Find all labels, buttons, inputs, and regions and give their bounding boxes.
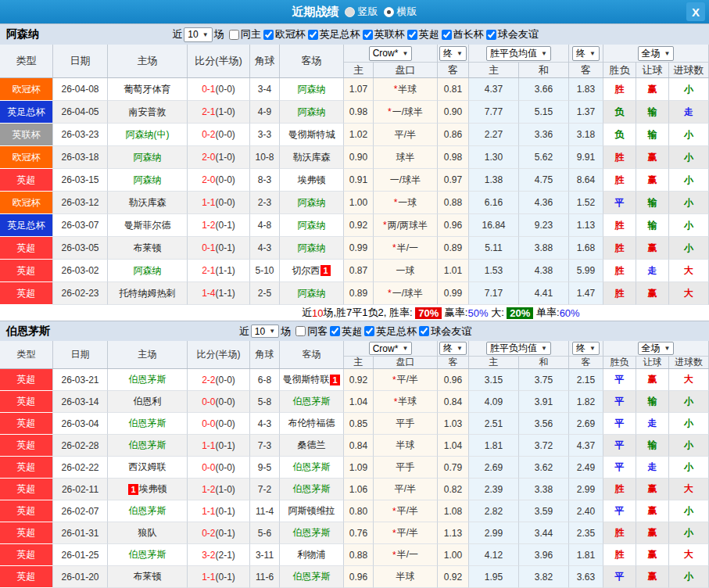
subcol-header-6: 胜负 [603, 62, 636, 77]
competition-checkbox-2[interactable] [363, 30, 373, 40]
table-row: 欧冠杯26-04-08葡萄牙体育0-1(0-0)3-4阿森纳1.07*半球0.8… [0, 78, 709, 101]
cell-away-team: 曼彻斯特城 [280, 124, 344, 146]
full-time-score: 1-1 [202, 197, 215, 208]
final-avg-select[interactable]: 终▼ [572, 342, 600, 355]
bookmaker-select[interactable]: Crow*▼ [369, 46, 413, 61]
half-time-score: (0-0) [216, 84, 235, 95]
competition-checkbox-wrap[interactable]: 英足总杯 [362, 324, 417, 339]
competition-checkbox-3[interactable] [407, 30, 417, 40]
competition-checkbox-5[interactable] [486, 30, 496, 40]
avg-select[interactable]: 胜平负均值▼ [486, 342, 551, 355]
competition-checkbox-0[interactable] [263, 30, 274, 40]
cell-handicap: *两/两球半 [374, 214, 438, 237]
radio-icon[interactable] [345, 7, 355, 17]
radio-horizontal-label: 横版 [397, 5, 417, 19]
recent-count-select[interactable]: 10▼ [251, 324, 279, 338]
final-odds-select[interactable]: 终▼ [439, 342, 467, 355]
competition-checkbox-2[interactable] [419, 326, 429, 336]
competition-checkbox-wrap[interactable]: 球会友谊 [417, 324, 471, 339]
cell-score: 1-4(1-1) [188, 282, 250, 305]
same-venue-checkbox[interactable] [229, 30, 239, 40]
table-row: 英超26-02-07伯恩茅斯1-1(0-1)11-4阿斯顿维拉0.80*平/半1… [0, 500, 709, 522]
cell-avg-away: 2.15 [569, 369, 603, 391]
cell-avg-home: 2.39 [469, 479, 519, 500]
competition-checkbox-0[interactable] [330, 326, 340, 336]
cell-avg-away: 1.82 [569, 391, 603, 413]
cell-handicap-result: 赢 [636, 479, 669, 500]
layout-radio-vertical[interactable]: 竖版 [345, 5, 378, 19]
cell-corners: 3-4 [250, 78, 280, 101]
cell-avg-draw: 3.66 [519, 78, 569, 101]
cell-type: 英超 [0, 282, 53, 305]
half-time-score: (0-1) [216, 440, 235, 451]
cell-date: 26-03-04 [53, 413, 108, 435]
cell-date: 26-03-05 [53, 237, 108, 260]
cell-type: 英足总杯 [0, 214, 53, 237]
chevron-down-icon: ▼ [457, 345, 463, 352]
away-team-name: 伯恩茅斯 [293, 482, 331, 496]
competition-checkbox-wrap[interactable]: 酋长杯 [439, 27, 484, 41]
layout-radio-horizontal[interactable]: 横版 [384, 5, 417, 19]
cell-goals: 小 [669, 566, 709, 588]
final-odds-select[interactable]: 终▼ [439, 46, 467, 61]
radio-icon[interactable] [384, 7, 394, 17]
team-section-header: 伯恩茅斯 近10▼场同客英超英足总杯球会友谊 [0, 321, 709, 341]
cell-home-odds: 0.88 [344, 544, 374, 566]
cell-handicap-result: 走 [636, 457, 669, 479]
full-time-score: 0-0 [202, 396, 215, 407]
cell-home-odds: 0.92 [344, 369, 374, 391]
competition-checkbox-wrap[interactable]: 英足总杯 [306, 27, 360, 41]
cell-home-odds: 0.89 [344, 282, 374, 305]
col-header-2: 主场 [108, 45, 188, 77]
half-time-score: (0-0) [216, 462, 235, 473]
cell-home-odds: 0.96 [344, 566, 374, 588]
same-venue-checkbox-wrap[interactable]: 同主 [226, 27, 261, 41]
bookmaker-select[interactable]: Crow*▼ [369, 342, 413, 355]
cell-goals: 小 [669, 237, 709, 260]
half-time-score: (1-0) [216, 484, 235, 495]
cell-home-team: 布莱顿 [108, 237, 188, 260]
same-venue-checkbox-wrap[interactable]: 同客 [292, 324, 328, 339]
competition-checkbox-wrap[interactable]: 英联杯 [360, 27, 405, 41]
competition-checkbox-wrap[interactable]: 英超 [405, 27, 439, 41]
cell-score: 0-1(0-0) [188, 78, 250, 101]
close-button[interactable]: X [686, 2, 705, 21]
same-venue-checkbox[interactable] [295, 326, 306, 336]
cell-date: 26-02-07 [53, 500, 108, 522]
competition-checkbox-1[interactable] [308, 30, 318, 40]
competition-checkbox-wrap[interactable]: 英超 [328, 324, 362, 339]
cell-corners: 5-6 [250, 522, 280, 544]
recent-count-select[interactable]: 10▼ [184, 27, 212, 42]
cell-corners: 9-5 [250, 457, 280, 479]
summary-bar: 近10场,胜7平1负2, 胜率: 70% 赢率:50% 大: 20% 单率:60… [0, 305, 709, 321]
scope-select-value: 全场 [642, 47, 661, 60]
table-row: 英超26-01-20布莱顿1-1(0-1)11-6伯恩茅斯0.96半球0.921… [0, 566, 709, 588]
table-row: 英超26-02-23托特纳姆热刺1-4(1-1)2-5阿森纳0.89*一/球半0… [0, 282, 709, 305]
competition-checkbox-4[interactable] [442, 30, 452, 40]
competition-checkbox-wrap[interactable]: 欧冠杯 [261, 27, 306, 41]
cell-corners: 4-3 [250, 413, 280, 435]
handicap-text: 平/半 [395, 128, 416, 142]
scope-select[interactable]: 全场▼ [638, 46, 675, 61]
avg-select[interactable]: 胜平负均值▼ [486, 46, 551, 61]
handicap-text: 平手 [396, 417, 415, 430]
cell-corners: 6-8 [250, 369, 280, 391]
competition-checkbox-1[interactable] [364, 326, 374, 336]
cell-type: 欧冠杯 [0, 192, 53, 214]
scope-select[interactable]: 全场▼ [638, 342, 675, 355]
cell-home-team: 伯恩利 [108, 391, 188, 413]
summary-part: 50% [467, 307, 488, 319]
cell-handicap: *一球 [374, 192, 438, 214]
competition-label: 英超 [342, 324, 362, 339]
cell-home-odds: 1.04 [344, 391, 374, 413]
filter-bar: 近10▼场同主欧冠杯英足总杯英联杯英超酋长杯球会友谊 [170, 27, 538, 42]
cell-result: 平 [603, 500, 636, 522]
dropdown-cell: 终▼ [438, 45, 469, 62]
final-avg-select[interactable]: 终▼ [572, 46, 600, 61]
cell-away-team: 伯恩茅斯 [280, 391, 344, 413]
cell-result: 胜 [603, 78, 636, 101]
cell-avg-draw: 3.36 [519, 124, 569, 146]
half-time-score: (0-0) [216, 174, 235, 185]
competition-checkbox-wrap[interactable]: 球会友谊 [484, 27, 539, 41]
cell-home-odds: 1.09 [344, 457, 374, 479]
